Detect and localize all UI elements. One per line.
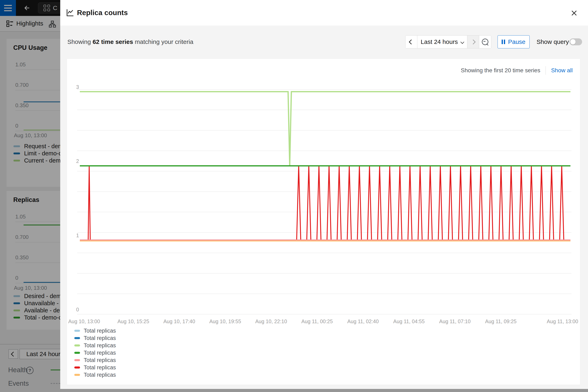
modal-header: Replica counts [60,0,588,26]
chart-legend: Total replicas Total replicas Total repl… [74,328,116,378]
chevron-down-icon [460,40,464,44]
legend-swatch [74,374,80,376]
magnifier-minus-icon [482,38,488,45]
chart-card: 3210Aug 10, 13:00Aug 10, 15:25Aug 10, 17… [67,58,580,385]
legend-label: Total replicas [84,364,116,371]
legend-swatch [74,352,80,354]
replica-counts-modal: Replica counts Showing 62 time series ma… [60,0,588,389]
legend-swatch [74,344,80,346]
line-chart-icon [66,8,74,18]
legend-label: Total replicas [84,342,116,349]
legend-swatch [74,366,80,368]
legend-item[interactable]: Total replicas [74,342,116,348]
show-query-toggle[interactable] [570,38,582,45]
show-query-label: Show query [536,38,569,45]
legend-swatch [74,359,80,361]
legend-swatch [74,337,80,339]
pause-label: Pause [508,38,525,45]
page: C Highlights [0,0,588,392]
time-range-control-group: Last 24 hours [405,35,491,48]
svg-text:Aug 10, 22:10: Aug 10, 22:10 [255,318,287,324]
chart-card-note: Showing the first 20 time series Show al… [461,66,573,75]
toggle-knob [570,39,576,44]
legend-swatch [74,330,80,332]
chevron-right-icon [470,40,476,44]
svg-text:Aug 10, 19:55: Aug 10, 19:55 [209,318,241,324]
svg-text:3: 3 [76,84,79,90]
svg-text:Aug 11, 09:25: Aug 11, 09:25 [485,318,516,324]
time-range-value: Last 24 hours [421,38,458,45]
close-button[interactable] [570,9,578,17]
svg-text:Aug 11, 07:10: Aug 11, 07:10 [439,318,470,324]
legend-item[interactable]: Total replicas [74,365,116,370]
chevron-left-icon [409,40,414,44]
svg-text:1: 1 [76,232,79,238]
zoom-out-button[interactable] [479,36,491,48]
time-range-select[interactable]: Last 24 hours [417,36,467,48]
svg-text:Aug 10, 15:25: Aug 10, 15:25 [118,318,149,324]
legend-label: Total replicas [84,335,116,341]
legend-item[interactable]: Total replicas [74,328,116,334]
legend-item[interactable]: Total replicas [74,350,116,356]
svg-text:0: 0 [76,307,79,312]
time-prev-button[interactable] [406,36,417,48]
svg-text:Aug 10, 17:40: Aug 10, 17:40 [163,318,195,324]
legend-label: Total replicas [84,372,116,378]
first-20-note: Showing the first 20 time series [461,67,540,74]
svg-text:Aug 11, 00:25: Aug 11, 00:25 [301,318,333,324]
show-all-link[interactable]: Show all [551,67,573,74]
note-divider [546,66,546,75]
svg-text:Aug 11, 04:55: Aug 11, 04:55 [393,318,425,324]
legend-label: Total replicas [84,357,116,364]
svg-text:Aug 11, 13:00: Aug 11, 13:00 [547,318,578,324]
modal-title: Replica counts [77,8,128,17]
close-icon [570,9,578,17]
svg-text:Aug 11, 02:40: Aug 11, 02:40 [347,318,379,324]
replica-chart: 3210Aug 10, 13:00Aug 10, 15:25Aug 10, 17… [67,59,580,385]
svg-text:2: 2 [76,158,79,164]
legend-item[interactable]: Total replicas [74,372,116,378]
time-next-button-disabled[interactable] [467,36,479,48]
legend-item[interactable]: Total replicas [74,357,116,363]
series-summary: Showing 62 time series matching your cri… [68,38,193,45]
pause-icon [502,40,505,44]
svg-text:Aug 10, 13:00: Aug 10, 13:00 [68,318,100,324]
pause-button[interactable]: Pause [498,35,530,48]
legend-label: Total replicas [84,328,116,334]
legend-item[interactable]: Total replicas [74,335,116,341]
legend-label: Total replicas [84,350,116,356]
